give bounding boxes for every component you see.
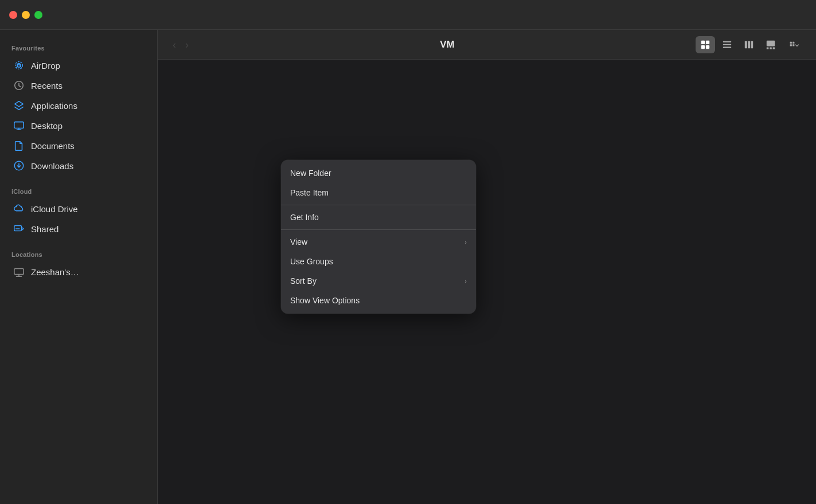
close-button[interactable] <box>9 11 17 19</box>
svg-rect-24 <box>792 44 794 46</box>
svg-rect-19 <box>770 47 772 49</box>
column-view-button[interactable] <box>739 36 759 53</box>
back-button[interactable]: ‹ <box>169 37 179 52</box>
window-title: VM <box>206 39 689 50</box>
more-view-button[interactable] <box>785 36 805 53</box>
svg-rect-22 <box>792 41 794 43</box>
view-submenu-chevron: › <box>464 239 467 245</box>
gallery-view-button[interactable] <box>761 36 780 53</box>
svg-rect-20 <box>773 47 775 49</box>
svg-rect-18 <box>767 47 769 49</box>
context-menu-new-folder[interactable]: New Folder <box>281 163 476 183</box>
forward-button[interactable]: › <box>182 37 192 52</box>
svg-rect-5 <box>14 226 22 231</box>
svg-rect-9 <box>701 45 705 48</box>
context-menu-show-view-options-label: Show View Options <box>290 296 360 305</box>
more-view-icon <box>790 40 800 50</box>
sidebar-item-desktop[interactable]: Desktop <box>3 116 154 135</box>
documents-icon <box>13 139 25 152</box>
context-menu-sort-by[interactable]: Sort By › <box>281 271 476 291</box>
sidebar: Favourites AirDrop Recents <box>0 30 158 504</box>
separator-2 <box>281 229 476 230</box>
sidebar-item-shared-label: Shared <box>31 224 58 234</box>
list-view-button[interactable] <box>717 36 737 53</box>
context-menu-new-folder-label: New Folder <box>290 169 331 178</box>
content-area[interactable]: New Folder Paste Item Get Info View › <box>158 60 816 504</box>
icon-view-icon <box>700 40 710 50</box>
sidebar-item-recents[interactable]: Recents <box>3 76 154 95</box>
favourites-label: Favourites <box>0 39 157 55</box>
sidebar-item-mac-label: Zeeshan's… <box>31 267 79 277</box>
gallery-view-icon <box>766 40 776 50</box>
separator-1 <box>281 205 476 205</box>
mac-icon <box>13 265 25 278</box>
svg-rect-7 <box>701 40 705 44</box>
context-menu-paste-item[interactable]: Paste Item <box>281 183 476 202</box>
context-menu-paste-item-label: Paste Item <box>290 188 329 197</box>
svg-rect-15 <box>748 41 750 48</box>
svg-rect-13 <box>723 46 731 48</box>
icloud-icon <box>13 202 25 215</box>
context-menu: New Folder Paste Item Get Info View › <box>281 160 476 314</box>
locations-label: Locations <box>0 245 157 261</box>
sidebar-item-downloads[interactable]: Downloads <box>3 156 154 175</box>
context-menu-use-groups[interactable]: Use Groups <box>281 252 476 271</box>
sidebar-item-documents[interactable]: Documents <box>3 136 154 155</box>
context-menu-sort-by-label: Sort By <box>290 276 317 286</box>
desktop-icon <box>13 119 25 132</box>
view-controls <box>696 36 805 53</box>
sidebar-item-desktop-label: Desktop <box>31 121 63 131</box>
sidebar-item-airdrop[interactable]: AirDrop <box>3 56 154 75</box>
sidebar-item-documents-label: Documents <box>31 141 75 151</box>
sidebar-item-icloud-drive-label: iCloud Drive <box>31 204 78 214</box>
context-menu-view[interactable]: View › <box>281 232 476 252</box>
sidebar-item-shared[interactable]: Shared <box>3 219 154 239</box>
context-menu-view-label: View <box>290 237 307 247</box>
recents-icon <box>13 79 25 92</box>
sidebar-item-applications-label: Applications <box>31 101 77 111</box>
svg-rect-14 <box>745 41 747 48</box>
svg-rect-12 <box>723 44 731 45</box>
shared-icon <box>13 222 25 235</box>
context-menu-show-view-options[interactable]: Show View Options <box>281 291 476 310</box>
nav-buttons: ‹ › <box>169 37 192 52</box>
downloads-icon <box>13 159 25 172</box>
traffic-lights <box>9 11 42 19</box>
content-wrapper: ‹ › VM <box>158 30 816 504</box>
svg-rect-3 <box>14 122 24 128</box>
svg-rect-6 <box>14 269 24 275</box>
svg-rect-23 <box>790 44 792 46</box>
sidebar-item-icloud-drive[interactable]: iCloud Drive <box>3 199 154 218</box>
sort-by-submenu-chevron: › <box>464 278 467 284</box>
sidebar-item-downloads-label: Downloads <box>31 161 73 171</box>
context-menu-use-groups-label: Use Groups <box>290 257 333 266</box>
list-view-icon <box>722 40 732 50</box>
svg-rect-8 <box>706 40 709 44</box>
svg-rect-21 <box>790 41 792 43</box>
sidebar-item-recents-label: Recents <box>31 81 63 91</box>
airdrop-icon <box>13 59 25 72</box>
minimize-button[interactable] <box>22 11 30 19</box>
sidebar-item-mac[interactable]: Zeeshan's… <box>3 262 154 282</box>
svg-rect-10 <box>706 45 709 48</box>
context-menu-get-info[interactable]: Get Info <box>281 208 476 227</box>
svg-rect-11 <box>723 41 731 42</box>
column-view-icon <box>744 40 754 50</box>
finder-toolbar: ‹ › VM <box>158 30 816 60</box>
applications-icon <box>13 99 25 112</box>
icon-view-button[interactable] <box>696 36 715 53</box>
icloud-label: iCloud <box>0 182 157 198</box>
sidebar-item-applications[interactable]: Applications <box>3 96 154 115</box>
context-menu-get-info-label: Get Info <box>290 213 319 222</box>
svg-rect-16 <box>751 41 753 48</box>
maximize-button[interactable] <box>34 11 42 19</box>
svg-rect-17 <box>767 40 775 46</box>
sidebar-item-airdrop-label: AirDrop <box>31 61 60 71</box>
